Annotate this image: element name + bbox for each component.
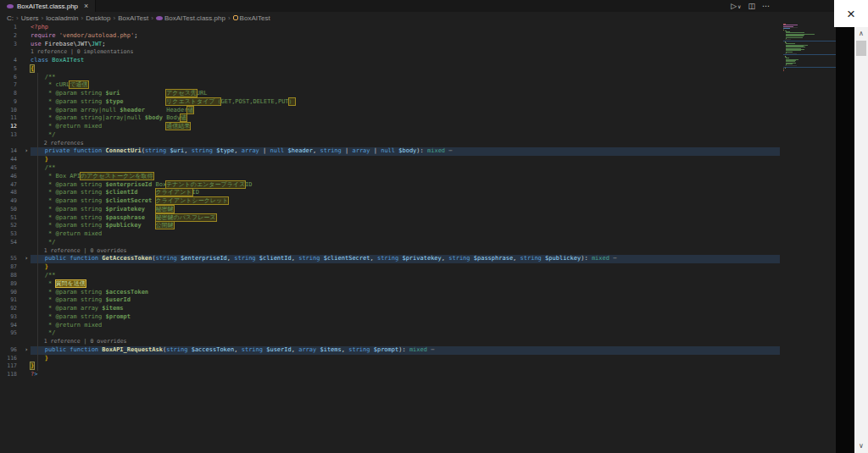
code-line[interactable]: 5{ <box>0 65 780 74</box>
line-number[interactable]: 95 <box>0 329 22 338</box>
breadcrumb-item[interactable]: localadmin <box>46 14 78 22</box>
code-line[interactable]: 6 /** <box>0 74 780 82</box>
code-line[interactable]: 88 /** <box>0 272 780 280</box>
breadcrumb-item[interactable]: Desktop <box>86 14 110 22</box>
fold-chevron-icon[interactable]: › <box>22 255 31 263</box>
line-number[interactable]: 6 <box>0 74 22 82</box>
code-line[interactable]: 117} <box>0 362 780 371</box>
line-number[interactable]: 50 <box>0 206 22 214</box>
line-number[interactable]: 89 <box>0 280 22 289</box>
code-line[interactable]: 93 * @param string $prompt <box>0 313 780 322</box>
run-button[interactable]: ▷ ∨ <box>731 0 741 12</box>
code-line[interactable]: 94 * @return mixed <box>0 322 780 330</box>
code-line[interactable]: 52 * @param string $publickey 公開鍵 <box>0 222 780 230</box>
line-number[interactable]: 54 <box>0 239 22 247</box>
fold-chevron-icon[interactable]: › <box>22 346 31 355</box>
code-line[interactable]: 4class BoxAITest <box>0 57 780 65</box>
line-number[interactable]: 10 <box>0 107 22 115</box>
line-number[interactable]: 96 <box>0 346 22 355</box>
line-number[interactable]: 48 <box>0 189 22 197</box>
code-area[interactable]: 1<?php2require 'vendor/autoload.php';3us… <box>0 24 780 379</box>
line-number[interactable]: 2 <box>0 32 22 41</box>
code-line[interactable]: 96› public function BoxAPI_RequestAsk(st… <box>0 346 780 355</box>
line-number[interactable]: 14 <box>0 147 22 156</box>
breadcrumb-item[interactable]: Users <box>21 14 39 22</box>
more-actions-button[interactable]: ⋯ <box>762 0 770 12</box>
line-number[interactable]: 87 <box>0 263 22 272</box>
code-line[interactable]: 3use Firebase\JWT\JWT; <box>0 41 780 49</box>
code-line[interactable]: 53 * @return mixed <box>0 230 780 239</box>
line-number[interactable]: 12 <box>0 123 22 131</box>
line-number[interactable]: 88 <box>0 272 22 280</box>
code-line[interactable]: 116 } <box>0 355 780 363</box>
line-number[interactable]: 44 <box>0 156 22 164</box>
code-line[interactable]: 1<?php <box>0 24 780 32</box>
line-number[interactable]: 117 <box>0 362 22 371</box>
codelens[interactable]: 1 reference | 0 overrides <box>0 247 780 256</box>
code-line[interactable]: 10 * @param array|null $header Header値 <box>0 107 780 115</box>
line-number[interactable]: 13 <box>0 131 22 140</box>
line-number[interactable]: 118 <box>0 371 22 379</box>
code-line[interactable]: 118?> <box>0 371 780 379</box>
line-number[interactable]: 47 <box>0 181 22 190</box>
code-line[interactable]: 8 * @param string $uri アクセス先URL <box>0 90 780 98</box>
line-number[interactable]: 92 <box>0 305 22 313</box>
line-number[interactable]: 45 <box>0 164 22 173</box>
code-line[interactable]: 90 * @param string $accessToken <box>0 289 780 297</box>
line-number[interactable]: 52 <box>0 222 22 230</box>
line-number[interactable]: 53 <box>0 230 22 239</box>
code-line[interactable]: 49 * @param string $clientSecret クライアントシ… <box>0 197 780 206</box>
code-line[interactable]: 11 * @param string|array|null $body Body… <box>0 114 780 123</box>
line-number[interactable]: 94 <box>0 322 22 330</box>
code-line[interactable]: 54 */ <box>0 239 780 247</box>
tab-close-icon[interactable]: × <box>84 2 88 10</box>
line-number[interactable]: 93 <box>0 313 22 322</box>
line-number[interactable]: 3 <box>0 41 22 49</box>
split-editor-button[interactable]: ◫ <box>748 0 755 12</box>
line-number[interactable]: 90 <box>0 289 22 297</box>
code-line[interactable]: 89 * 質問を送信 <box>0 280 780 289</box>
scrollbar-thumb[interactable] <box>856 41 866 56</box>
line-number[interactable]: 7 <box>0 81 22 90</box>
code-line[interactable]: 87 } <box>0 263 780 272</box>
line-number[interactable] <box>0 247 22 256</box>
line-number[interactable]: 11 <box>0 114 22 123</box>
line-number[interactable]: 91 <box>0 296 22 305</box>
line-number[interactable]: 51 <box>0 214 22 223</box>
code-line[interactable]: 92 * @param array $items <box>0 305 780 313</box>
scroll-up-icon[interactable]: ∧ <box>854 29 868 39</box>
line-number[interactable]: 4 <box>0 57 22 65</box>
line-number[interactable]: 8 <box>0 90 22 98</box>
code-line[interactable]: 44 } <box>0 156 780 164</box>
code-line[interactable]: 14› private function ConnectUri(string $… <box>0 147 780 156</box>
code-line[interactable]: 95 */ <box>0 329 780 338</box>
line-number[interactable]: 49 <box>0 197 22 206</box>
code-line[interactable]: 50 * @param string $privatekey 秘密鍵 <box>0 206 780 214</box>
close-overlay-button[interactable]: × <box>834 0 868 27</box>
line-number[interactable]: 116 <box>0 355 22 363</box>
line-number[interactable] <box>0 338 22 346</box>
fold-chevron-icon[interactable]: › <box>22 147 31 156</box>
codelens[interactable]: 1 reference | 0 implementations <box>0 48 780 57</box>
line-number[interactable]: 9 <box>0 98 22 107</box>
code-line[interactable]: 47 * @param string $enterpriseId Boxテナント… <box>0 181 780 190</box>
line-number[interactable] <box>0 140 22 148</box>
code-line[interactable]: 7 * cURLで通信 <box>0 81 780 90</box>
outer-scrollbar[interactable]: ∧ ∨ <box>854 0 868 453</box>
scroll-down-icon[interactable]: ∨ <box>854 441 868 451</box>
code-line[interactable]: 12 * @return mixed 通信結果 <box>0 123 780 131</box>
tab-boxaitest[interactable]: BoxAITest.class.php × <box>0 0 96 12</box>
codelens[interactable]: 2 references <box>0 140 780 148</box>
breadcrumb-item[interactable]: BoxAITest <box>233 14 270 22</box>
breadcrumb-item[interactable]: BoxAITest.class.php <box>156 14 225 22</box>
code-line[interactable]: 48 * @param string $clientId クライアントID <box>0 189 780 197</box>
line-number[interactable]: 5 <box>0 65 22 74</box>
code-line[interactable]: 45 /** <box>0 164 780 173</box>
line-number[interactable]: 55 <box>0 255 22 263</box>
line-number[interactable] <box>0 48 22 57</box>
code-line[interactable]: 9 * @param string $type リクエストタイプ（GET,POS… <box>0 98 780 107</box>
code-line[interactable]: 51 * @param string $passphrase 秘密鍵のパスフレー… <box>0 214 780 223</box>
code-line[interactable]: 55› public function GetAccessToken(strin… <box>0 255 780 263</box>
code-line[interactable]: 46 * Box APIのアクセストークンを取得 <box>0 173 780 181</box>
breadcrumb-item[interactable]: BoxAITest <box>118 14 148 22</box>
